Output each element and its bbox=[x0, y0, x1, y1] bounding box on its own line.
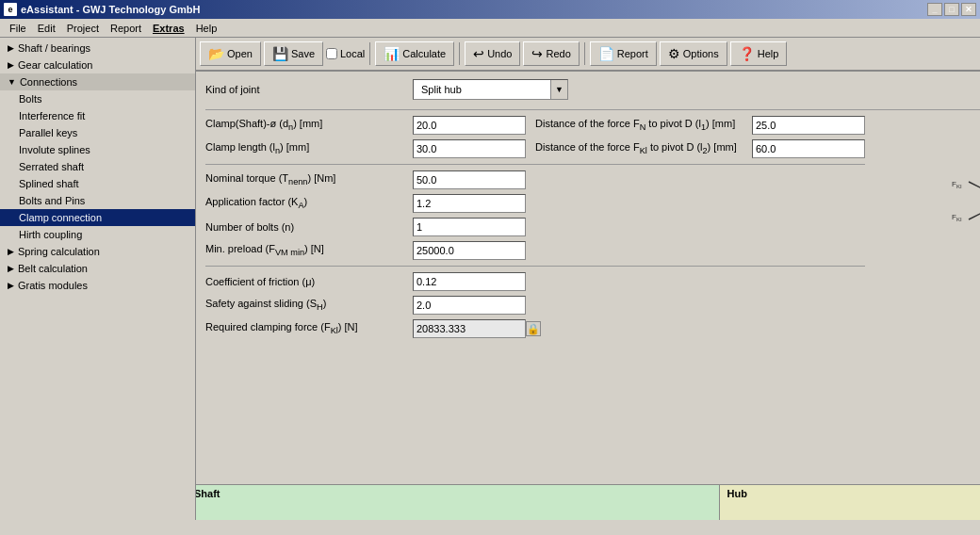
redo-icon: ↪ bbox=[531, 46, 543, 61]
local-checkbox-group: Local bbox=[326, 48, 365, 59]
sidebar-group-belt[interactable]: ▶ Belt calculation bbox=[0, 260, 195, 277]
req-clamp-input: 20833.333 bbox=[413, 319, 526, 338]
open-button[interactable]: 📂 Open bbox=[200, 41, 261, 66]
maximize-button[interactable]: □ bbox=[944, 3, 959, 16]
minimize-button[interactable]: _ bbox=[927, 3, 942, 16]
safety-sliding-input[interactable]: 2.0 bbox=[413, 296, 526, 315]
separator bbox=[459, 42, 460, 65]
menu-help[interactable]: Help bbox=[190, 21, 223, 36]
min-preload-row: Min. preload (FVM min) [N] 25000.0 bbox=[205, 241, 865, 260]
undo-icon: ↩ bbox=[473, 46, 484, 61]
sidebar-item-splined[interactable]: Splined shaft bbox=[0, 175, 195, 192]
joint-row: Kind of joint Split hub ▼ bbox=[205, 79, 980, 100]
menu-bar: File Edit Project Report Extras Help bbox=[0, 19, 980, 38]
divider3 bbox=[205, 266, 865, 267]
menu-extras[interactable]: Extras bbox=[147, 21, 190, 36]
sidebar-item-serrated[interactable]: Serrated shaft bbox=[0, 158, 195, 175]
toolbar: 📂 Open 💾 Save Local 📊 Calculate ↩ Undo bbox=[196, 38, 980, 72]
open-icon: 📂 bbox=[208, 46, 224, 61]
dist-fn-input[interactable]: 25.0 bbox=[752, 116, 865, 135]
save-icon: 💾 bbox=[272, 46, 288, 61]
joint-select[interactable]: Split hub ▼ bbox=[413, 79, 568, 100]
clamp-length-label: Clamp length (ln) [mm] bbox=[205, 141, 413, 155]
dist-fn-label: Distance of the force FN to pivot D (l1)… bbox=[535, 118, 752, 132]
min-preload-input[interactable]: 25000.0 bbox=[413, 241, 526, 260]
arrow-icon: ▶ bbox=[8, 264, 14, 273]
coeff-friction-label: Coefficient of friction (μ) bbox=[205, 276, 413, 287]
app-factor-label: Application factor (KA) bbox=[205, 196, 413, 210]
req-clamp-row: Required clamping force (FKl) [N] 20833.… bbox=[205, 319, 865, 338]
menu-file[interactable]: File bbox=[4, 21, 32, 36]
sidebar-item-bolts-pins[interactable]: Bolts and Pins bbox=[0, 192, 195, 209]
sidebar-item-bolts[interactable]: Bolts bbox=[0, 90, 195, 107]
title-text: eAssistant - GWJ Technology GmbH bbox=[21, 4, 201, 15]
diagram: l₂ l₁ FKI FKI DF FR/2 bbox=[874, 116, 980, 285]
clamp-length-input[interactable]: 30.0 bbox=[413, 139, 526, 158]
safety-sliding-row: Safety against sliding (SH) 2.0 bbox=[205, 296, 865, 315]
num-bolts-label: Number of bolts (n) bbox=[205, 221, 413, 233]
arrow-icon: ▶ bbox=[8, 43, 14, 53]
sidebar-group-spring[interactable]: ▶ Spring calculation bbox=[0, 243, 195, 260]
num-bolts-input[interactable]: 1 bbox=[413, 218, 526, 236]
redo-button[interactable]: ↪ Redo bbox=[523, 41, 579, 66]
arrow-icon: ▼ bbox=[8, 77, 16, 87]
close-button[interactable]: ✕ bbox=[961, 3, 976, 16]
joint-select-value: Split hub bbox=[414, 82, 550, 97]
arrow-icon: ▶ bbox=[8, 60, 14, 70]
sidebar: ▶ Shaft / bearings ▶ Gear calculation ▼ … bbox=[0, 38, 196, 520]
svg-rect-0 bbox=[874, 116, 980, 285]
sidebar-item-parallel-keys[interactable]: Parallel keys bbox=[0, 124, 195, 141]
dist-fkl-label: Distance of the force FKl to pivot D (l2… bbox=[535, 141, 752, 155]
sidebar-group-connections[interactable]: ▼ Connections bbox=[0, 73, 195, 90]
app-factor-row: Application factor (KA) 1.2 bbox=[205, 194, 865, 213]
help-button[interactable]: ❓ Help bbox=[730, 41, 788, 66]
joint-dropdown-btn[interactable]: ▼ bbox=[550, 80, 567, 99]
sidebar-item-clamp[interactable]: Clamp connection bbox=[0, 209, 195, 226]
num-bolts-row: Number of bolts (n) 1 bbox=[205, 218, 865, 236]
hub-header: Hub bbox=[727, 488, 981, 499]
nominal-torque-row: Nominal torque (Tnenn) [Nm] 50.0 bbox=[205, 170, 865, 189]
joint-label: Kind of joint bbox=[205, 84, 413, 95]
dist-fkl-input[interactable]: 60.0 bbox=[752, 139, 865, 158]
safety-sliding-label: Safety against sliding (SH) bbox=[205, 298, 413, 312]
clamp-shaft-label: Clamp(Shaft)-ø (dn) [mm] bbox=[205, 118, 413, 132]
sidebar-item-interference[interactable]: Interference fit bbox=[0, 107, 195, 124]
menu-project[interactable]: Project bbox=[61, 21, 105, 36]
min-preload-label: Min. preload (FVM min) [N] bbox=[205, 243, 413, 257]
app-icon: e bbox=[4, 3, 17, 16]
report-button[interactable]: 📄 Report bbox=[590, 41, 657, 66]
report-icon: 📄 bbox=[598, 46, 614, 61]
divider bbox=[205, 109, 980, 110]
arrow-icon: ▶ bbox=[8, 247, 14, 256]
app-factor-input[interactable]: 1.2 bbox=[413, 194, 526, 213]
content-area: Kind of joint Split hub ▼ Clamp(Shaft)-ø… bbox=[196, 72, 980, 520]
arrow-icon: ▶ bbox=[8, 281, 14, 290]
sidebar-group-gratis[interactable]: ▶ Gratis modules bbox=[0, 277, 195, 294]
title-bar: e eAssistant - GWJ Technology GmbH _ □ ✕ bbox=[0, 0, 980, 19]
menu-edit[interactable]: Edit bbox=[32, 21, 61, 36]
local-checkbox[interactable] bbox=[326, 48, 337, 59]
undo-button[interactable]: ↩ Undo bbox=[465, 41, 520, 66]
coeff-friction-row: Coefficient of friction (μ) 0.12 bbox=[205, 272, 865, 291]
clamp-shaft-input[interactable]: 20.0 bbox=[413, 116, 526, 135]
sidebar-item-hirth[interactable]: Hirth coupling bbox=[0, 226, 195, 243]
lock-icon[interactable]: 🔒 bbox=[526, 321, 541, 336]
save-button[interactable]: 💾 Save bbox=[264, 41, 323, 66]
separator bbox=[584, 42, 585, 65]
sidebar-group-gear[interactable]: ▶ Gear calculation bbox=[0, 57, 195, 73]
help-icon: ❓ bbox=[739, 46, 755, 61]
calculate-button[interactable]: 📊 Calculate bbox=[375, 41, 454, 66]
nominal-torque-label: Nominal torque (Tnenn) [Nm] bbox=[205, 172, 413, 186]
req-clamp-label: Required clamping force (FKl) [N] bbox=[205, 321, 413, 335]
nominal-torque-input[interactable]: 50.0 bbox=[413, 170, 526, 189]
options-icon: ⚙ bbox=[668, 46, 680, 61]
menu-report[interactable]: Report bbox=[105, 21, 147, 36]
divider2 bbox=[205, 164, 865, 165]
sidebar-group-shaft[interactable]: ▶ Shaft / bearings bbox=[0, 40, 195, 57]
coeff-friction-input[interactable]: 0.12 bbox=[413, 272, 526, 291]
calculate-icon: 📊 bbox=[384, 46, 400, 61]
shaft-header: Shaft bbox=[196, 488, 711, 499]
sidebar-item-involute[interactable]: Involute splines bbox=[0, 141, 195, 158]
separator bbox=[369, 42, 370, 65]
options-button[interactable]: ⚙ Options bbox=[660, 41, 727, 66]
